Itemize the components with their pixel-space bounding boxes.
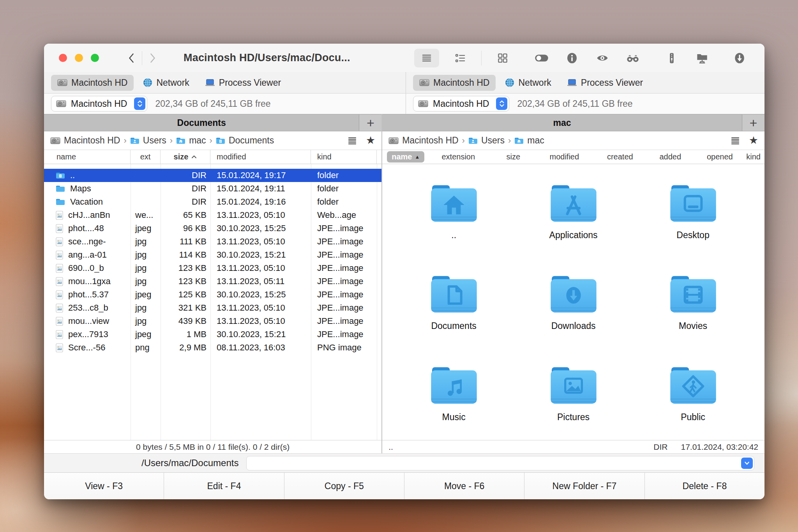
grid-item-parent-dir[interactable]: .. bbox=[394, 166, 514, 257]
column-header-modified[interactable]: modified bbox=[210, 150, 311, 164]
grid-item-documents[interactable]: Documents bbox=[394, 257, 514, 348]
table-row[interactable]: mou...view jpg 439 KB 13.11.2023, 05:10 … bbox=[44, 315, 381, 328]
drive-selector-right: Macintosh HD 202,34 GB of 245,11 GB free bbox=[406, 94, 764, 114]
grid-item-label: Desktop bbox=[676, 230, 709, 240]
quick-look-button[interactable] bbox=[593, 49, 612, 67]
column-header-name[interactable]: name bbox=[44, 150, 131, 164]
file-size: 125 KB bbox=[161, 290, 210, 300]
breadcrumb-item-users[interactable]: Users bbox=[130, 135, 166, 146]
tab-network[interactable]: Network bbox=[137, 75, 195, 91]
folder-icon bbox=[56, 185, 65, 193]
table-row[interactable]: Maps DIR 15.01.2024, 19:11 folder bbox=[44, 182, 381, 195]
folder-users-icon bbox=[130, 137, 139, 145]
selected-item-kind: DIR bbox=[653, 442, 667, 452]
view-f3-button[interactable]: View - F3 bbox=[44, 473, 164, 499]
grid-item-public[interactable]: Public bbox=[633, 348, 753, 439]
table-row[interactable]: 253...c8_b jpg 321 KB 13.11.2023, 05:10 … bbox=[44, 301, 381, 315]
command-input[interactable] bbox=[246, 456, 754, 470]
table-row[interactable]: phot....48 jpeg 96 KB 30.10.2023, 15:25 … bbox=[44, 222, 381, 235]
close-button[interactable] bbox=[59, 54, 67, 62]
zoom-button[interactable] bbox=[91, 54, 99, 62]
drive-stepper[interactable] bbox=[496, 97, 507, 110]
grid-item-desktop[interactable]: Desktop bbox=[633, 166, 753, 257]
tab-process-viewer[interactable]: Process Viewer bbox=[561, 75, 649, 91]
grid-item-label: Documents bbox=[431, 321, 476, 331]
drive-dropdown[interactable]: Macintosh HD bbox=[413, 96, 509, 111]
table-row[interactable]: Scre...-56 png 2,9 MB 08.11.2023, 16:03 … bbox=[44, 341, 381, 354]
add-tab-button[interactable]: + bbox=[742, 115, 764, 131]
drive-dropdown[interactable]: Macintosh HD bbox=[51, 96, 147, 111]
table-row-parent-dir[interactable]: .. DIR 15.01.2024, 19:17 folder bbox=[44, 169, 381, 182]
detail-view-button[interactable] bbox=[451, 49, 470, 67]
favorites-button[interactable]: ★ bbox=[749, 135, 758, 146]
table-row[interactable]: Vacation DIR 15.01.2024, 19:16 folder bbox=[44, 195, 381, 209]
view-options-button[interactable] bbox=[731, 137, 740, 145]
grid-item-music[interactable]: Music bbox=[394, 348, 514, 439]
copy-f5-button[interactable]: Copy - F5 bbox=[284, 473, 404, 499]
command-history-button[interactable] bbox=[741, 458, 753, 469]
column-header-label: name bbox=[392, 152, 412, 161]
column-header-size[interactable]: size bbox=[491, 152, 536, 161]
info-button[interactable] bbox=[563, 49, 581, 67]
column-header-modified[interactable]: modified bbox=[536, 152, 593, 161]
column-header-kind[interactable]: kind bbox=[311, 150, 377, 164]
grid-item-downloads[interactable]: Downloads bbox=[514, 257, 633, 348]
back-button[interactable] bbox=[121, 49, 142, 67]
table-row[interactable]: mou...1gxa jpg 123 KB 13.11.2023, 05:11 … bbox=[44, 275, 381, 288]
grid-view-button[interactable] bbox=[493, 49, 512, 67]
table-row[interactable]: 690...0_b jpg 123 KB 13.11.2023, 05:10 J… bbox=[44, 262, 381, 275]
column-header-kind[interactable]: kind bbox=[746, 152, 761, 161]
drive-stepper[interactable] bbox=[134, 97, 145, 110]
tab-network[interactable]: Network bbox=[499, 75, 557, 91]
list-view-icon bbox=[421, 52, 433, 64]
table-row[interactable]: ang...a-01 jpg 114 KB 30.10.2023, 15:21 … bbox=[44, 248, 381, 262]
add-tab-button[interactable]: + bbox=[359, 115, 381, 131]
breadcrumb-item-mac[interactable]: mac bbox=[176, 135, 206, 146]
forward-button[interactable] bbox=[142, 49, 163, 67]
list-view-button[interactable] bbox=[414, 49, 439, 67]
current-path-label: /Users/mac/Documents bbox=[141, 458, 238, 468]
table-row[interactable]: cHJ...anBn we... 65 KB 13.11.2023, 05:10… bbox=[44, 209, 381, 222]
column-header-name[interactable]: name▲ bbox=[387, 151, 424, 163]
edit-f4-button[interactable]: Edit - F4 bbox=[164, 473, 284, 499]
file-kind: JPE...image bbox=[311, 250, 377, 260]
search-button[interactable] bbox=[623, 49, 642, 67]
file-ext: we... bbox=[131, 210, 161, 220]
file-modified: 15.01.2024, 19:11 bbox=[210, 184, 311, 194]
breadcrumb: Macintosh HD › Users › mac › Documents bbox=[44, 131, 381, 150]
delete-f8-button[interactable]: Delete - F8 bbox=[644, 473, 764, 499]
breadcrumb-item-documents[interactable]: Documents bbox=[216, 135, 274, 146]
tab-macintosh-hd[interactable]: Macintosh HD bbox=[413, 75, 496, 91]
pane-tab-mac[interactable]: mac bbox=[382, 115, 742, 131]
column-header-added[interactable]: added bbox=[647, 152, 693, 161]
table-row[interactable]: sce...nge- jpg 111 KB 13.11.2023, 05:10 … bbox=[44, 235, 381, 248]
preview-toggle-button[interactable] bbox=[532, 49, 551, 67]
move-f6-button[interactable]: Move - F6 bbox=[404, 473, 524, 499]
favorites-button[interactable]: ★ bbox=[366, 135, 375, 146]
column-header-extension[interactable]: extension bbox=[426, 152, 491, 161]
breadcrumb-item-mac[interactable]: mac bbox=[514, 135, 544, 146]
tab-macintosh-hd[interactable]: Macintosh HD bbox=[51, 75, 134, 91]
archive-button[interactable] bbox=[662, 49, 681, 67]
view-options-button[interactable] bbox=[348, 137, 357, 145]
table-row[interactable]: pex...7913 jpeg 1 MB 30.10.2023, 15:21 J… bbox=[44, 328, 381, 341]
grid-item-movies[interactable]: Movies bbox=[633, 257, 753, 348]
downloads-button[interactable] bbox=[730, 49, 749, 67]
table-row[interactable]: phot...5.37 jpeg 125 KB 30.10.2023, 15:2… bbox=[44, 288, 381, 301]
minimize-button[interactable] bbox=[75, 54, 83, 62]
new-folder-f7-button[interactable]: New Folder - F7 bbox=[524, 473, 644, 499]
grid-item-applications[interactable]: Applications bbox=[514, 166, 633, 257]
file-name: 690...0_b bbox=[68, 263, 104, 273]
column-header-opened[interactable]: opened bbox=[693, 152, 746, 161]
quick-look-eye-icon bbox=[596, 52, 609, 64]
breadcrumb-item-macintosh-hd[interactable]: Macintosh HD bbox=[50, 135, 120, 146]
breadcrumb-item-macintosh-hd[interactable]: Macintosh HD bbox=[388, 135, 458, 146]
column-header-size[interactable]: size bbox=[161, 150, 210, 164]
tab-process-viewer[interactable]: Process Viewer bbox=[199, 75, 287, 91]
column-header-ext[interactable]: ext bbox=[131, 150, 161, 164]
column-header-created[interactable]: created bbox=[593, 152, 647, 161]
pane-tab-documents[interactable]: Documents bbox=[44, 115, 359, 131]
grid-item-pictures[interactable]: Pictures bbox=[514, 348, 633, 439]
network-connect-button[interactable] bbox=[693, 49, 711, 67]
breadcrumb-item-users[interactable]: Users bbox=[468, 135, 505, 146]
